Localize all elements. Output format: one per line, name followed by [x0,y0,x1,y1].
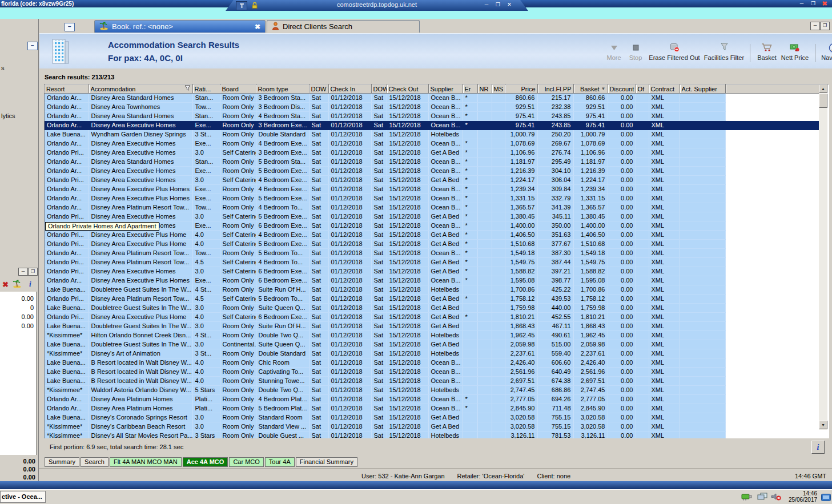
table-row[interactable]: Orlando Pri...Disney Area Executive Home… [45,267,819,276]
panel-info-icon[interactable]: i [29,280,31,289]
table-row[interactable]: Orlando Pri...Disney Area Executive Home… [45,148,819,158]
table-row[interactable]: Orlando Ar...Disney Area Platinum Resort… [45,249,819,258]
table-row[interactable]: Lake Buena...Doubletree Guest Suites In … [45,322,819,331]
scroll-down-icon[interactable]: ▼ [819,421,827,429]
sidebar-collapse-icon[interactable]: − [27,42,38,50]
table-row[interactable]: *Kissimmee*Disney's Caribbean Beach Reso… [45,422,819,432]
table-row[interactable]: Orlando Pri...Disney Area Executive Plus… [45,313,819,322]
col-supplier[interactable]: Supplier [428,84,463,94]
cell: 440.00 [537,304,573,313]
tab-search[interactable]: Search [81,457,108,467]
col-nr[interactable]: NR [477,84,492,94]
col-check-out[interactable]: Check Out [387,84,428,94]
col-dow-in[interactable]: DOW [309,84,328,94]
panel-restore-icon[interactable]: ❐ [28,268,38,276]
col-act-supplier[interactable]: Act. Supplier [680,84,725,94]
col-board[interactable]: Board [220,84,256,94]
table-row[interactable]: Lake Buena...Doubletree Guest Suites In … [45,285,819,295]
cell: XML [649,112,680,121]
rdp-close-icon[interactable]: ✕ [504,1,515,9]
taskbar-clock[interactable]: 14:46 25/06/2017 [789,490,817,503]
table-row[interactable]: Orlando Ar...Disney Area Executive Homes… [45,121,819,130]
table-row[interactable]: Orlando Pri...Disney Area Executive Plus… [45,240,819,249]
table-row[interactable]: Lake Buena...B Resort located in Walt Di… [45,377,819,386]
rdp-minimize-icon[interactable]: ─ [481,1,492,9]
remote-monitors-icon[interactable] [757,493,767,503]
col-room-type[interactable]: Room type [256,84,309,94]
table-row[interactable]: *Kissimmee*Hilton Orlando Bonnet Creek D… [45,331,819,340]
taskbar-app-button[interactable]: ctive - Ocea... [0,491,46,503]
tab-financial-summary[interactable]: Financial Summary [296,457,357,467]
tab-tour[interactable]: Tour 4A [265,457,295,467]
display-icon[interactable] [821,493,831,503]
table-row[interactable]: *Kissimmee*Disney's Art of Animation3 St… [45,349,819,358]
table-row[interactable]: Lake Buena...Doubletree Guest Suites In … [45,304,819,313]
tab-flight[interactable]: Flt 4A MAN MCO MAN [110,457,182,467]
col-discount[interactable]: Discount [608,84,636,94]
scroll-up-icon[interactable]: ▲ [819,84,827,93]
child-minimize-icon[interactable]: ─ [810,22,820,30]
table-row[interactable]: Orlando Ar...Disney Area Standard HomesS… [45,94,819,103]
table-row[interactable]: Orlando Pri...Disney Area Platinum Resor… [45,258,819,267]
child-restore-icon[interactable]: ❐ [820,22,830,30]
table-row[interactable]: Orlando Ar...Disney Area Standard HomesS… [45,158,819,167]
table-row[interactable]: Orlando Ar...Disney Area TownhomesTow...… [45,103,819,112]
nett-price-button[interactable]: Nett Price [777,43,813,64]
tabbar-collapse-icon[interactable]: − [65,23,75,31]
palm-tree-icon[interactable] [13,280,22,291]
column-filter-funnel-icon[interactable] [184,85,191,92]
table-row[interactable]: Orlando Ar...Disney Area Executive Plus … [45,185,819,194]
window-close-icon[interactable]: ✖ [820,0,829,7]
table-row[interactable]: Lake Buena...Doubletree Guest Suites In … [45,340,819,349]
muted-speaker-icon[interactable] [771,493,782,503]
col-contract[interactable]: Contract [649,84,680,94]
table-row[interactable]: Orlando Pri...Disney Area Executive Home… [45,212,819,221]
table-row[interactable]: Orlando Ar...Disney Area Executive Plus … [45,194,819,203]
table-row[interactable]: Orlando Ar...Disney Area Platinum HomesP… [45,395,819,404]
info-button[interactable]: i [811,441,825,454]
table-row[interactable]: Orlando Ar...Disney Area Platinum HomesP… [45,404,819,413]
table-row[interactable]: Lake Buena...B Resort located in Walt Di… [45,368,819,377]
col-incl-fl-pp[interactable]: Incl.Fl.PP [537,84,573,94]
panel-minimize-icon[interactable]: ─ [18,268,28,276]
tab-close-icon[interactable]: ✖ [255,23,260,31]
erase-filtered-out-button[interactable]: Erase Filtered Out [647,43,702,64]
table-row[interactable]: Orlando Ar...Disney Area Executive Homes… [45,221,819,231]
vertical-scrollbar[interactable]: ▲ ▼ [819,84,827,430]
table-row[interactable]: Lake Buena...B Resort located in Walt Di… [45,358,819,368]
tab-booking-ref[interactable]: Book. ref.: <none> ✖ [94,20,266,33]
tab-car[interactable]: Car MCO [229,457,263,467]
table-row[interactable]: Lake Buena...Disney's Coronado Springs R… [45,413,819,422]
col-ms[interactable]: MS [492,84,505,94]
scrollbar-thumb[interactable] [819,94,827,108]
col-basket[interactable]: Basket ▼ [573,84,608,94]
col-rating[interactable]: Rati... [192,84,220,94]
table-row[interactable]: Orlando Pri...Disney Area Executive Plus… [45,231,819,240]
tab-summary[interactable]: Summary [45,457,79,467]
rdp-restore-icon[interactable]: ❐ [493,1,503,9]
col-accommodation[interactable]: Accommodation [89,84,192,94]
table-row[interactable]: Orlando Ar...Disney Area Executive Plus … [45,276,819,285]
col-check-in[interactable]: Check In [328,84,371,94]
table-row[interactable]: Orlando Ar...Disney Area Executive Homes… [45,167,819,176]
table-row[interactable]: Orlando Ar...Disney Area Platinum Resort… [45,203,819,212]
facilities-filter-button[interactable]: Facilities Filter [701,43,747,64]
table-row[interactable]: Orlando Pri...Disney Area Executive Home… [45,176,819,185]
tab-accommodation[interactable]: Acc 4A MCO [183,457,228,467]
table-row[interactable]: Orlando Ar...Disney Area Executive Homes… [45,139,819,148]
table-row[interactable]: *Kissimmee*Waldorf Astoria Orlando Disne… [45,386,819,395]
tab-direct-clients-search[interactable]: Direct Clients Search [267,20,420,33]
col-price[interactable]: Price [505,84,537,94]
col-er[interactable]: Er [463,84,477,94]
table-row[interactable]: Orlando Pri...Disney Area Platinum Resor… [45,295,819,304]
window-maximize-icon[interactable]: ❐ [809,0,818,7]
network-icon[interactable] [741,493,753,503]
col-dow-out[interactable]: DOW [371,84,387,94]
col-resort[interactable]: Resort [45,84,89,94]
window-minimize-icon[interactable]: ─ [797,0,806,7]
panel-close-icon[interactable]: ✖ [2,280,9,289]
table-row[interactable]: Orlando Ar...Disney Area Standard HomesS… [45,112,819,121]
table-row[interactable]: Lake Buena...Wyndham Garden Disney Sprin… [45,130,819,139]
navigate-button[interactable]: Navigate [817,43,832,64]
col-of[interactable]: Of [636,84,649,94]
